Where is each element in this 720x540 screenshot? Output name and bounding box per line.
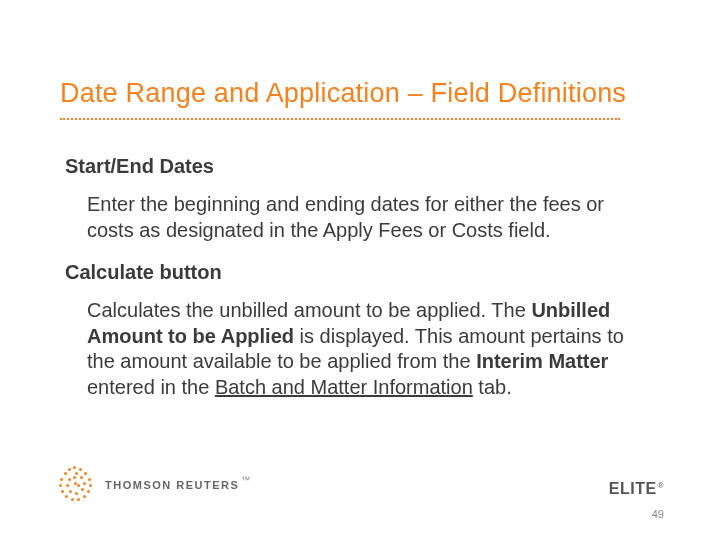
text-fragment: Calculates the unbilled amount to be app…: [87, 299, 531, 321]
thomson-reuters-swirl-icon: [55, 464, 95, 504]
section-para-calculate: Calculates the unbilled amount to be app…: [87, 298, 635, 400]
registered-symbol: ®: [658, 481, 664, 490]
footer-logo-thomson-reuters: THOMSON REUTERS™: [55, 464, 250, 504]
thomson-reuters-wordmark: THOMSON REUTERS™: [105, 475, 250, 493]
text-fragment: tab.: [473, 376, 512, 398]
section-head-calculate: Calculate button: [65, 261, 635, 284]
brand-text: THOMSON REUTERS: [105, 479, 239, 491]
section-head-start-end: Start/End Dates: [65, 155, 635, 178]
slide-title: Date Range and Application – Field Defin…: [60, 78, 626, 109]
footer-logo-elite: ELITE®: [609, 480, 664, 498]
elite-wordmark: ELITE: [609, 480, 657, 497]
trademark-symbol: ™: [241, 475, 250, 485]
underline-batch-matter-info: Batch and Matter Information: [215, 376, 473, 398]
bold-interim-matter: Interim Matter: [476, 350, 608, 372]
title-underline: [60, 118, 620, 120]
page-number: 49: [652, 508, 664, 520]
text-fragment: entered in the: [87, 376, 215, 398]
slide-body: Start/End Dates Enter the beginning and …: [65, 145, 635, 419]
slide: Date Range and Application – Field Defin…: [0, 0, 720, 540]
section-para-start-end: Enter the beginning and ending dates for…: [87, 192, 635, 243]
